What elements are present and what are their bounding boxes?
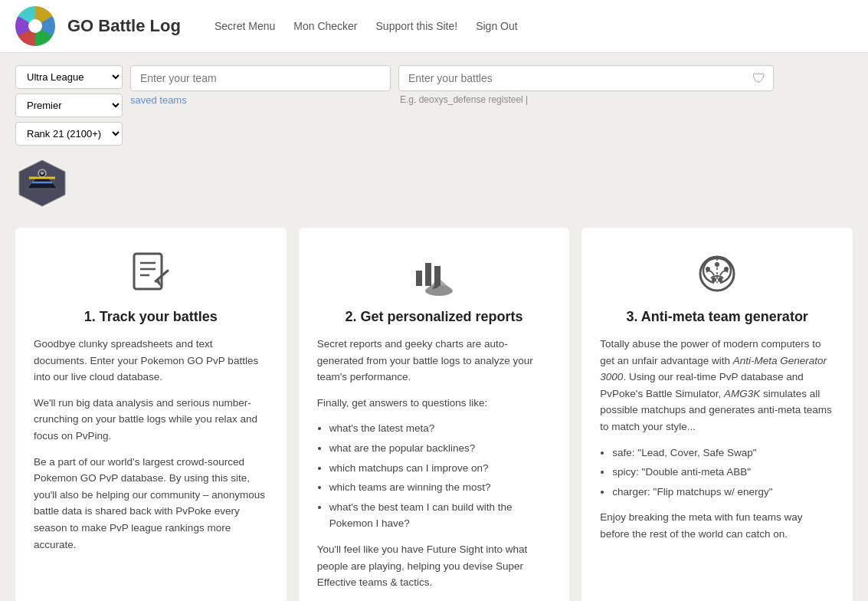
battles-input[interactable] (398, 65, 774, 91)
card-1-body: Goodbye clunky spreadsheets and text doc… (34, 336, 268, 553)
svg-point-5 (41, 172, 44, 175)
track-battles-icon (34, 249, 268, 298)
logo[interactable] (15, 6, 55, 46)
team-input[interactable] (130, 65, 391, 91)
card-2-body: Secret reports and geeky charts are auto… (317, 336, 552, 591)
card-3-title: 3. Anti-meta team generator (600, 309, 834, 325)
battles-input-wrapper: 🛡 (398, 65, 774, 91)
card-track-battles: 1. Track your battles Goodbye clunky spr… (15, 228, 287, 601)
header: GO Battle Log Secret Menu Mon Checker Su… (0, 0, 868, 53)
site-title: GO Battle Log (67, 16, 181, 36)
svg-rect-13 (425, 263, 431, 286)
nav-mon-checker[interactable]: Mon Checker (293, 20, 357, 32)
card-1-title: 1. Track your battles (34, 309, 268, 325)
league-select[interactable]: Ultra League Great League Master League … (15, 65, 123, 89)
svg-point-21 (718, 278, 722, 282)
selects-column: Ultra League Great League Master League … (15, 65, 123, 146)
reports-icon (317, 249, 552, 298)
svg-point-19 (724, 267, 729, 271)
svg-point-18 (706, 267, 710, 271)
team-input-column: saved teams (130, 65, 391, 106)
header-nav: Secret Menu Mon Checker Support this Sit… (215, 20, 518, 32)
antimeta-icon (600, 249, 834, 298)
card-3-para-1: Totally abuse the power of modern comput… (600, 336, 834, 435)
main-content: 1. Track your battles Goodbye clunky spr… (0, 220, 868, 601)
sub-league-select[interactable]: Premier Open Classic (15, 94, 123, 117)
nav-secret-menu[interactable]: Secret Menu (215, 20, 275, 32)
search-area: Ultra League Great League Master League … (0, 53, 868, 153)
svg-point-22 (715, 262, 719, 267)
rank-select[interactable]: Rank 21 (2100+) Rank 20 (2000+) Rank 19 … (15, 122, 123, 146)
card-2-bullets: what's the latest meta? what are the pop… (329, 420, 552, 532)
league-badge (15, 156, 69, 210)
card-3-body: Totally abuse the power of modern comput… (600, 336, 834, 543)
card-3-bullets: safe: "Lead, Cover, Safe Swap" spicy: "D… (612, 445, 834, 501)
svg-point-20 (712, 278, 716, 282)
card-reports: 2. Get personalized reports Secret repor… (299, 228, 570, 601)
nav-support-site[interactable]: Support this Site! (376, 20, 458, 32)
saved-teams-link[interactable]: saved teams (130, 94, 391, 106)
battles-input-column: 🛡 E.g. deoxys_defense registeel | (398, 65, 774, 105)
nav-sign-out[interactable]: Sign Out (476, 20, 517, 32)
svg-rect-12 (416, 271, 422, 286)
card-2-title: 2. Get personalized reports (317, 309, 552, 325)
svg-rect-6 (134, 254, 162, 289)
battles-example-text: E.g. deoxys_defense registeel | (398, 94, 774, 105)
card-antimeta: 3. Anti-meta team generator Totally abus… (581, 228, 853, 601)
badge-area (0, 153, 868, 220)
